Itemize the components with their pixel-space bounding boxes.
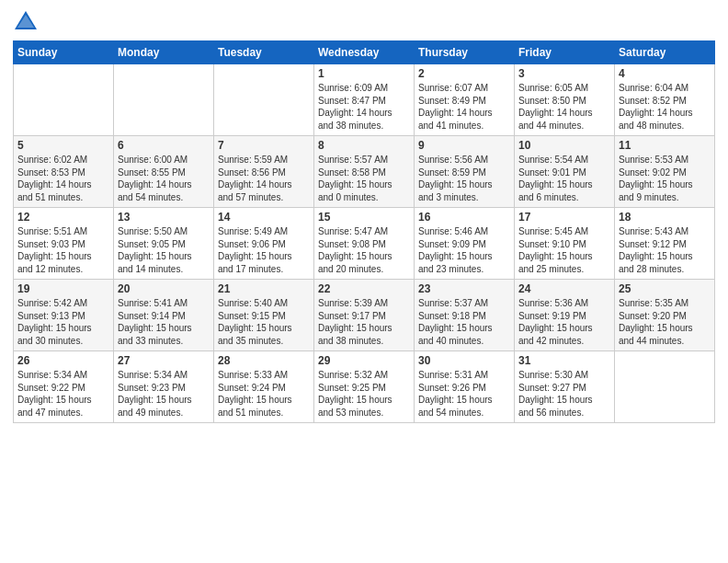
day-number: 5 [17,139,109,152]
week-row-4: 19Sunrise: 5:42 AM Sunset: 9:13 PM Dayli… [14,280,715,351]
logo [13,9,42,35]
calendar-cell: 23Sunrise: 5:37 AM Sunset: 9:18 PM Dayli… [415,280,515,351]
day-number: 25 [619,282,711,295]
week-row-1: 1Sunrise: 6:09 AM Sunset: 8:47 PM Daylig… [14,64,715,136]
day-info: Sunrise: 5:41 AM Sunset: 9:14 PM Dayligh… [118,297,210,347]
calendar-cell: 5Sunrise: 6:02 AM Sunset: 8:53 PM Daylig… [14,136,114,208]
day-info: Sunrise: 6:07 AM Sunset: 8:49 PM Dayligh… [418,82,510,132]
day-info: Sunrise: 5:40 AM Sunset: 9:15 PM Dayligh… [218,297,310,347]
day-info: Sunrise: 5:54 AM Sunset: 9:01 PM Dayligh… [518,154,610,203]
day-number: 12 [17,211,109,224]
weekday-header-friday: Friday [515,41,615,64]
day-number: 26 [17,354,109,367]
day-info: Sunrise: 5:53 AM Sunset: 9:02 PM Dayligh… [619,154,711,203]
day-number: 2 [418,67,510,80]
day-number: 17 [518,211,610,224]
calendar-cell [114,64,214,136]
day-number: 1 [318,67,410,80]
calendar-cell: 9Sunrise: 5:56 AM Sunset: 8:59 PM Daylig… [415,136,515,208]
day-number: 11 [619,139,711,152]
day-number: 18 [619,211,711,224]
logo-icon [13,9,39,35]
weekday-header-saturday: Saturday [615,41,715,64]
day-number: 10 [518,139,610,152]
calendar-cell: 4Sunrise: 6:04 AM Sunset: 8:52 PM Daylig… [615,64,715,136]
day-info: Sunrise: 5:57 AM Sunset: 8:58 PM Dayligh… [318,154,410,203]
day-number: 8 [318,139,410,152]
calendar-table: SundayMondayTuesdayWednesdayThursdayFrid… [13,40,715,423]
day-number: 13 [118,211,210,224]
day-number: 27 [118,354,210,367]
calendar-cell: 18Sunrise: 5:43 AM Sunset: 9:12 PM Dayli… [615,208,715,280]
calendar-cell: 2Sunrise: 6:07 AM Sunset: 8:49 PM Daylig… [415,64,515,136]
day-number: 19 [17,282,109,295]
weekday-header-sunday: Sunday [14,41,114,64]
day-info: Sunrise: 5:34 AM Sunset: 9:23 PM Dayligh… [118,369,210,419]
weekday-header-tuesday: Tuesday [214,41,314,64]
calendar-cell: 29Sunrise: 5:32 AM Sunset: 9:25 PM Dayli… [314,351,415,423]
day-number: 29 [318,354,410,367]
day-info: Sunrise: 6:05 AM Sunset: 8:50 PM Dayligh… [518,82,610,132]
day-number: 22 [318,282,410,295]
weekday-header-monday: Monday [114,41,214,64]
calendar-cell: 10Sunrise: 5:54 AM Sunset: 9:01 PM Dayli… [515,136,615,208]
day-info: Sunrise: 5:56 AM Sunset: 8:59 PM Dayligh… [418,154,510,203]
calendar-cell: 19Sunrise: 5:42 AM Sunset: 9:13 PM Dayli… [14,280,114,351]
calendar-cell: 24Sunrise: 5:36 AM Sunset: 9:19 PM Dayli… [515,280,615,351]
day-info: Sunrise: 5:31 AM Sunset: 9:26 PM Dayligh… [418,369,510,419]
calendar-cell: 20Sunrise: 5:41 AM Sunset: 9:14 PM Dayli… [114,280,214,351]
day-number: 23 [418,282,510,295]
day-info: Sunrise: 5:42 AM Sunset: 9:13 PM Dayligh… [17,297,109,347]
day-info: Sunrise: 6:04 AM Sunset: 8:52 PM Dayligh… [619,82,711,132]
day-number: 31 [518,354,610,367]
day-number: 20 [118,282,210,295]
calendar-cell: 21Sunrise: 5:40 AM Sunset: 9:15 PM Dayli… [214,280,314,351]
day-info: Sunrise: 5:50 AM Sunset: 9:05 PM Dayligh… [118,225,210,275]
calendar-cell: 7Sunrise: 5:59 AM Sunset: 8:56 PM Daylig… [214,136,314,208]
day-info: Sunrise: 5:46 AM Sunset: 9:09 PM Dayligh… [418,225,510,275]
calendar-cell: 6Sunrise: 6:00 AM Sunset: 8:55 PM Daylig… [114,136,214,208]
calendar-cell: 22Sunrise: 5:39 AM Sunset: 9:17 PM Dayli… [314,280,415,351]
week-row-2: 5Sunrise: 6:02 AM Sunset: 8:53 PM Daylig… [14,136,715,208]
day-info: Sunrise: 5:34 AM Sunset: 9:22 PM Dayligh… [17,369,109,419]
calendar-cell: 15Sunrise: 5:47 AM Sunset: 9:08 PM Dayli… [314,208,415,280]
day-info: Sunrise: 5:33 AM Sunset: 9:24 PM Dayligh… [218,369,310,419]
calendar-cell: 11Sunrise: 5:53 AM Sunset: 9:02 PM Dayli… [615,136,715,208]
day-info: Sunrise: 5:47 AM Sunset: 9:08 PM Dayligh… [318,225,410,275]
calendar-cell: 26Sunrise: 5:34 AM Sunset: 9:22 PM Dayli… [14,351,114,423]
day-info: Sunrise: 5:45 AM Sunset: 9:10 PM Dayligh… [518,225,610,275]
day-number: 30 [418,354,510,367]
calendar-cell [214,64,314,136]
calendar-cell: 14Sunrise: 5:49 AM Sunset: 9:06 PM Dayli… [214,208,314,280]
day-number: 15 [318,211,410,224]
calendar-cell: 27Sunrise: 5:34 AM Sunset: 9:23 PM Dayli… [114,351,214,423]
day-info: Sunrise: 5:35 AM Sunset: 9:20 PM Dayligh… [619,297,711,347]
day-number: 4 [619,67,711,80]
day-info: Sunrise: 5:43 AM Sunset: 9:12 PM Dayligh… [619,225,711,275]
day-info: Sunrise: 5:36 AM Sunset: 9:19 PM Dayligh… [518,297,610,347]
day-number: 7 [218,139,310,152]
calendar-cell: 8Sunrise: 5:57 AM Sunset: 8:58 PM Daylig… [314,136,415,208]
calendar-cell: 1Sunrise: 6:09 AM Sunset: 8:47 PM Daylig… [314,64,415,136]
weekday-header-wednesday: Wednesday [314,41,415,64]
day-info: Sunrise: 5:51 AM Sunset: 9:03 PM Dayligh… [17,225,109,275]
day-info: Sunrise: 5:30 AM Sunset: 9:27 PM Dayligh… [518,369,610,419]
calendar-cell: 12Sunrise: 5:51 AM Sunset: 9:03 PM Dayli… [14,208,114,280]
calendar-cell: 3Sunrise: 6:05 AM Sunset: 8:50 PM Daylig… [515,64,615,136]
calendar-cell: 28Sunrise: 5:33 AM Sunset: 9:24 PM Dayli… [214,351,314,423]
day-number: 9 [418,139,510,152]
week-row-3: 12Sunrise: 5:51 AM Sunset: 9:03 PM Dayli… [14,208,715,280]
day-info: Sunrise: 5:49 AM Sunset: 9:06 PM Dayligh… [218,225,310,275]
day-number: 24 [518,282,610,295]
day-info: Sunrise: 5:32 AM Sunset: 9:25 PM Dayligh… [318,369,410,419]
day-number: 28 [218,354,310,367]
day-info: Sunrise: 6:09 AM Sunset: 8:47 PM Dayligh… [318,82,410,132]
calendar-header: SundayMondayTuesdayWednesdayThursdayFrid… [14,41,715,64]
day-number: 3 [518,67,610,80]
calendar-cell: 25Sunrise: 5:35 AM Sunset: 9:20 PM Dayli… [615,280,715,351]
day-number: 14 [218,211,310,224]
day-info: Sunrise: 6:02 AM Sunset: 8:53 PM Dayligh… [17,154,109,203]
calendar-container: SundayMondayTuesdayWednesdayThursdayFrid… [0,0,728,432]
day-info: Sunrise: 5:39 AM Sunset: 9:17 PM Dayligh… [318,297,410,347]
day-info: Sunrise: 5:37 AM Sunset: 9:18 PM Dayligh… [418,297,510,347]
